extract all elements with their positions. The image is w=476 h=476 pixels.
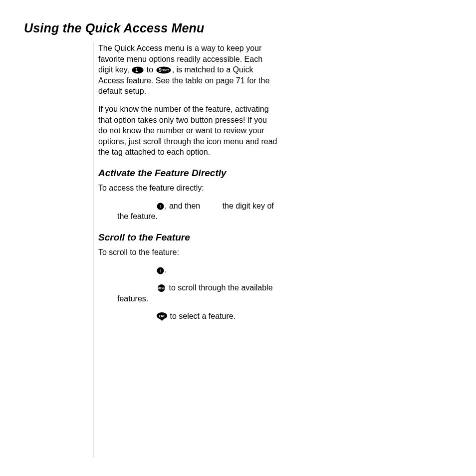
activate-lead: To access the feature directly: (98, 183, 277, 194)
page-title: Using the Quick Access Menu (24, 21, 452, 35)
key-1-icon: 1 (132, 66, 144, 74)
body-column: The Quick Access menu is a way to keep y… (93, 43, 277, 457)
scroll-lead: To scroll to the feature: (98, 247, 277, 258)
key-9-icon: 9WXYZ (156, 66, 171, 74)
menu-key-label: MENU (158, 287, 165, 290)
scroll-step1-tail: . (165, 265, 167, 274)
menu-key-icon: MENU (157, 284, 166, 292)
scroll-step-2: MENU to scroll through the available fea… (98, 282, 277, 304)
up-key-glyph: ↑ (159, 204, 162, 209)
up-key-icon: ↑ (157, 203, 164, 210)
ok-key-label: OK (159, 314, 166, 318)
intro-p1-mid: to (144, 65, 155, 74)
intro-paragraph-1: The Quick Access menu is a way to keep y… (98, 43, 277, 97)
scroll-step2-tail: to scroll through the available features… (117, 283, 273, 303)
key-1-label: 1 (136, 67, 139, 73)
key-9-label: 9 (159, 67, 162, 73)
activate-step-1: ↑, and then the digit key of the feature… (98, 201, 277, 222)
heading-activate: Activate the Feature Directly (98, 168, 277, 179)
scroll-step-1: ↑. (98, 264, 277, 275)
up-key-icon-2: ↑ (157, 267, 164, 274)
scroll-step3-tail: to select a feature. (168, 312, 236, 320)
activate-step1-mid: , and then (165, 202, 200, 210)
scroll-step-3: OK to select a feature. (98, 311, 277, 322)
key-9-letters: WXYZ (162, 69, 169, 72)
up-key-glyph-2: ↑ (159, 268, 162, 273)
ok-key-icon: OK (157, 312, 167, 321)
manual-page: Using the Quick Access Menu The Quick Ac… (0, 0, 476, 476)
heading-scroll: Scroll to the Feature (98, 232, 277, 243)
intro-paragraph-2: If you know the number of the feature, a… (98, 104, 277, 158)
